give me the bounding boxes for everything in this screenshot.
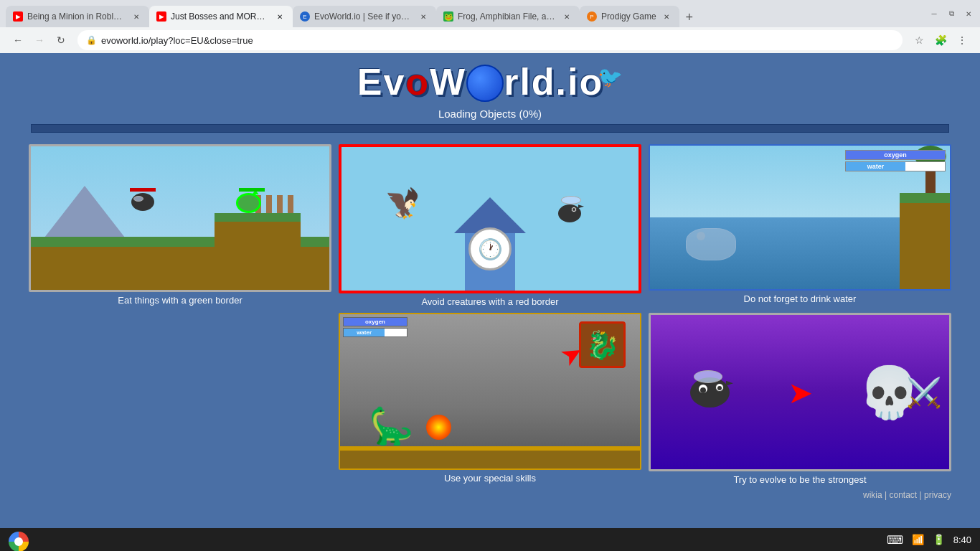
platform	[215, 222, 301, 247]
water-fill-s: water	[344, 329, 385, 336]
chrome-inner	[14, 537, 23, 546]
scythe: ⚔️	[906, 375, 942, 409]
tab-favicon-yt2: ▶	[156, 11, 166, 22]
panel-image-skills: oxygen water 🐉 ➤	[339, 313, 641, 470]
privacy-link[interactable]: privacy	[924, 490, 951, 500]
start-icon[interactable]	[9, 532, 24, 547]
tab-title-frog: Frog, Amphibian File, animals, v	[458, 11, 557, 22]
tab-title-prodigy: Prodigy Game	[601, 11, 656, 22]
fly-wing-l	[694, 370, 722, 383]
tab-bar: ▶ Being a Minion in Roblox?!? ✕ ▶ Just B…	[6, 0, 923, 27]
taskbar-right: ⌨ 📶 🔋 8:40	[887, 533, 971, 547]
close-button[interactable]: ✕	[963, 8, 974, 19]
tab-evoworld[interactable]: E EvoWorld.io | See if you can sur ✕	[293, 6, 436, 27]
tab-frog[interactable]: 🐸 Frog, Amphibian File, animals, v ✕	[436, 6, 580, 27]
battery-icon: 🔋	[933, 534, 945, 545]
panel-label-avoid: Avoid creatures with a red border	[421, 296, 558, 307]
tab-title-roblox: Being a Minion in Roblox?!?	[27, 11, 126, 22]
panel-label-water: Do not forget to drink water	[744, 293, 857, 304]
extensions-button[interactable]: 🧩	[931, 31, 950, 50]
hud-bars: oxygen water	[845, 150, 946, 171]
scene-water: oxygen water	[650, 146, 950, 289]
ghost-fish	[686, 228, 736, 260]
restore-button[interactable]: ⧉	[946, 8, 957, 19]
fly-eye-r	[715, 383, 724, 392]
tab-favicon-frog: 🐸	[443, 11, 453, 22]
game-container: EvoWrld.io 🐦 Loading Objects (0%)	[0, 53, 980, 528]
panel-evolve: ➤ 💀 ⚔️ Try to evolve to be the strongest	[649, 313, 951, 485]
tab-title-evoworld: EvoWorld.io | See if you can sur	[314, 11, 413, 22]
red-bird: 🦅	[385, 187, 420, 220]
tab-title-bosses: Just Bosses and MORE BOSSES!	[171, 11, 270, 22]
clock: 8:40	[953, 534, 971, 545]
evolve-fly	[690, 377, 730, 408]
tab-favicon-evo: E	[300, 11, 310, 22]
titlebar: ▶ Being a Minion in Roblox?!? ✕ ▶ Just B…	[0, 0, 980, 27]
tab-roblox[interactable]: ▶ Being a Minion in Roblox?!? ✕	[6, 6, 149, 27]
scene-skills: oxygen water 🐉 ➤	[340, 314, 640, 468]
tab-close-prodigy[interactable]: ✕	[661, 11, 672, 22]
bird-decoration: 🐦	[598, 65, 623, 89]
tab-favicon-prodigy: P	[587, 11, 597, 22]
platform-grass	[215, 213, 301, 222]
clock-face: 🕐	[468, 227, 512, 270]
fireball	[426, 415, 451, 440]
url-text: evoworld.io/play?loc=EU&close=true	[101, 35, 253, 46]
panel-avoid: 🕐 🦅 Avoid creatures with a red border	[339, 144, 641, 307]
tab-close-roblox[interactable]: ✕	[131, 11, 142, 22]
network-icon: 📶	[912, 534, 924, 545]
window-controls: ─ ⧉ ✕	[928, 8, 974, 19]
address-actions: ☆ 🧩 ⋮	[910, 31, 971, 50]
tab-favicon-yt: ▶	[13, 11, 23, 22]
chrome-icon[interactable]	[9, 532, 29, 551]
green-health	[239, 188, 265, 192]
reload-button[interactable]: ↻	[52, 31, 70, 50]
minimize-button[interactable]: ─	[928, 8, 940, 19]
forward-button[interactable]: →	[30, 31, 49, 50]
clock-tower: 🕐	[454, 197, 526, 291]
panel-skills: oxygen water 🐉 ➤	[339, 313, 641, 485]
tab-close-bosses[interactable]: ✕	[274, 11, 286, 22]
tab-close-frog[interactable]: ✕	[561, 11, 573, 22]
contact-link[interactable]: contact	[889, 490, 917, 500]
panel-image-avoid: 🕐 🦅	[339, 144, 641, 293]
panel-image-evolve: ➤ 💀 ⚔️	[649, 313, 951, 471]
fly-pupil-l	[700, 387, 706, 393]
lock-icon: 🔒	[86, 35, 97, 45]
game-logo: EvoWrld.io	[357, 60, 604, 103]
panel-water: oxygen water Do not forget to drin	[649, 144, 951, 307]
fence3	[266, 195, 272, 213]
right-platform	[900, 203, 950, 289]
tab-prodigy[interactable]: P Prodigy Game ✕	[580, 6, 679, 27]
water-bar: water	[845, 161, 946, 171]
panel-image-water: oxygen water	[649, 144, 951, 291]
panel-label-evolve: Try to evolve to be the strongest	[733, 474, 866, 485]
hud-skills: oxygen water	[343, 317, 407, 337]
oxygen-bar-s: oxygen	[343, 317, 407, 326]
top-panels: Eat things with a green border	[29, 144, 951, 307]
url-bar[interactable]: 🔒 evoworld.io/play?loc=EU&close=true	[77, 30, 903, 50]
wikia-link[interactable]: wikia	[863, 490, 882, 500]
fly-beak	[726, 381, 733, 386]
taskbar-left	[9, 532, 24, 547]
more-button[interactable]: ⋮	[953, 31, 971, 50]
dragon-creature: 🦕	[369, 405, 413, 447]
water-bar-s: water	[343, 328, 407, 337]
scene-eat	[31, 146, 329, 290]
new-tab-button[interactable]: +	[679, 7, 699, 27]
tab-bosses[interactable]: ▶ Just Bosses and MORE BOSSES! ✕	[149, 6, 293, 27]
ground	[31, 247, 329, 290]
fly-eye-l	[697, 383, 709, 395]
panel-label-eat: Eat things with a green border	[118, 295, 242, 306]
water-fill: water	[846, 162, 905, 171]
back-button[interactable]: ←	[9, 31, 27, 50]
tab-close-evoworld[interactable]: ✕	[418, 11, 429, 22]
loading-bar-container	[31, 124, 949, 133]
game-wrapper: EvoWrld.io 🐦 Loading Objects (0%)	[0, 53, 980, 528]
fly-body	[690, 377, 730, 408]
bookmark-button[interactable]: ☆	[910, 31, 928, 50]
ground-line	[340, 446, 640, 451]
scene-evolve: ➤ 💀 ⚔️	[651, 315, 949, 469]
fly-pupil-r	[717, 386, 722, 390]
fence2	[277, 195, 283, 213]
